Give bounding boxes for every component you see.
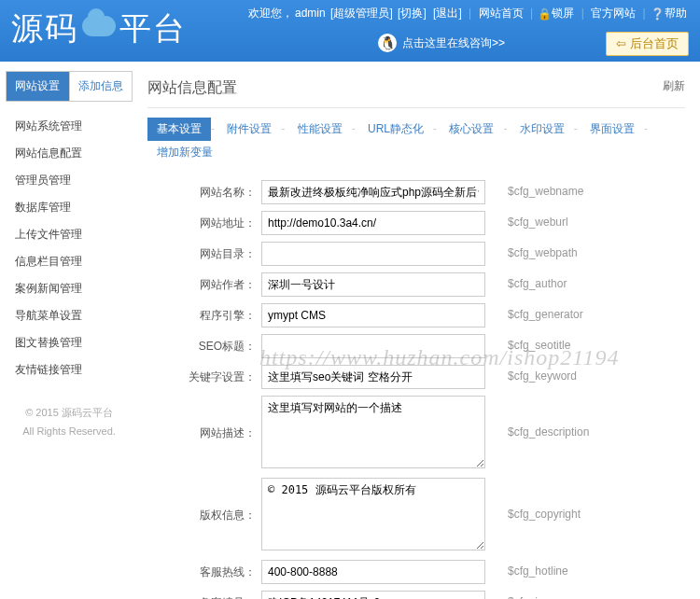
var-webname: $cfg_webname [497, 180, 583, 198]
sidebar-tabs: 网站设置 添加信息 [6, 71, 133, 102]
keyword-input[interactable] [261, 365, 485, 389]
app-header: 源码平台 欢迎您，admin [超级管理员] [切换] [退出] | 网站首页 … [0, 0, 700, 62]
qq-icon[interactable]: 🐧 [378, 34, 397, 52]
lock-link[interactable]: 锁屏 [552, 7, 574, 20]
online-consult-link[interactable]: 点击这里在线咨询>> [402, 35, 505, 51]
tab-basic[interactable]: 基本设置 [147, 118, 211, 141]
refresh-link[interactable]: 刷新 [663, 78, 685, 98]
label-icp: 备案编号： [147, 591, 261, 599]
logo: 源码平台 [11, 7, 187, 50]
tab-urlstatic[interactable]: URL静态化 [358, 118, 433, 141]
sidebar-item[interactable]: 信息栏目管理 [13, 248, 125, 275]
var-hotline: $cfg_hotline [497, 560, 568, 578]
sidebar-item[interactable]: 导航菜单设置 [13, 302, 125, 329]
label-author: 网站作者： [147, 272, 261, 293]
var-seotitle: $cfg_seotitle [497, 334, 570, 352]
label-hotline: 客服热线： [147, 560, 261, 580]
sidebar-item[interactable]: 管理员管理 [13, 167, 125, 194]
icp-input[interactable] [261, 591, 485, 599]
sidebar-item[interactable]: 上传文件管理 [13, 221, 125, 248]
online-hint-bar: 🐧 点击这里在线咨询>> [378, 34, 505, 52]
site-home-link[interactable]: 网站首页 [479, 7, 524, 20]
var-icp: $cfg_icp [497, 591, 550, 599]
help-link[interactable]: 帮助 [665, 7, 687, 20]
label-webname: 网站名称： [147, 180, 261, 201]
label-keyword: 关键字设置： [147, 365, 261, 385]
sidebar: 网站设置 添加信息 网站系统管理 网站信息配置 管理员管理 数据库管理 上传文件… [0, 62, 138, 599]
logout-link[interactable]: [退出] [433, 7, 462, 20]
sidebar-tab-add[interactable]: 添加信息 [70, 72, 133, 101]
official-link[interactable]: 官方网站 [591, 7, 636, 20]
page-title-bar: 网站信息配置 刷新 [147, 73, 685, 108]
tab-ui[interactable]: 界面设置 [581, 118, 644, 141]
hotline-input[interactable] [261, 560, 485, 584]
author-input[interactable] [261, 272, 485, 297]
var-description: $cfg_description [497, 396, 589, 439]
seotitle-input[interactable] [261, 334, 485, 358]
tab-addvar[interactable]: 增加新变量 [147, 141, 222, 164]
form-area: 网站名称：$cfg_webname 网站地址：$cfg_weburl 网站目录：… [147, 170, 685, 599]
help-icon: ❔ [651, 7, 661, 18]
weburl-input[interactable] [261, 211, 485, 235]
label-webpath: 网站目录： [147, 242, 261, 262]
copyright-textarea[interactable]: © 2015 源码云平台版权所有 [261, 478, 485, 550]
user-link[interactable]: admin [295, 7, 326, 20]
backend-home-button[interactable]: ⇦ 后台首页 [606, 32, 689, 56]
tab-watermark[interactable]: 水印设置 [511, 118, 574, 141]
top-links: 欢迎您，admin [超级管理员] [切换] [退出] | 网站首页 | 🔒锁屏… [248, 6, 689, 21]
sidebar-item[interactable]: 案例新闻管理 [13, 275, 125, 302]
sidebar-menu: 网站系统管理 网站信息配置 管理员管理 数据库管理 上传文件管理 信息栏目管理 … [6, 113, 133, 383]
lock-icon: 🔒 [538, 7, 548, 18]
var-copyright: $cfg_copyright [497, 478, 581, 521]
label-seotitle: SEO标题： [147, 334, 261, 355]
tab-perf[interactable]: 性能设置 [288, 118, 352, 141]
sidebar-footer: © 2015 源码云平台 All Rights Reserved. [6, 404, 133, 441]
settings-tabs: 基本设置- 附件设置- 性能设置- URL静态化- 核心设置- 水印设置- 界面… [147, 108, 685, 170]
tab-core[interactable]: 核心设置 [440, 118, 503, 141]
webname-input[interactable] [261, 180, 485, 204]
label-description: 网站描述： [147, 396, 261, 441]
sidebar-item[interactable]: 友情链接管理 [13, 356, 125, 383]
var-keyword: $cfg_keyword [497, 365, 577, 383]
page-title: 网站信息配置 [147, 78, 237, 98]
var-author: $cfg_author [497, 272, 567, 290]
var-weburl: $cfg_weburl [497, 211, 568, 229]
switch-link[interactable]: [切换] [398, 7, 427, 20]
sidebar-item[interactable]: 网站系统管理 [13, 113, 125, 140]
var-webpath: $cfg_webpath [497, 242, 578, 259]
tab-attach[interactable]: 附件设置 [217, 118, 281, 141]
sidebar-item[interactable]: 网站信息配置 [13, 140, 125, 167]
cloud-icon [82, 16, 116, 36]
description-textarea[interactable]: 这里填写对网站的一个描述 [261, 396, 485, 468]
label-generator: 程序引擎： [147, 303, 261, 324]
webpath-input[interactable] [261, 242, 485, 266]
sidebar-tab-settings[interactable]: 网站设置 [7, 72, 70, 101]
label-copyright: 版权信息： [147, 478, 261, 523]
var-generator: $cfg_generator [497, 303, 583, 321]
main-content: 网站信息配置 刷新 基本设置- 附件设置- 性能设置- URL静态化- 核心设置… [138, 62, 700, 599]
sidebar-item[interactable]: 图文替换管理 [13, 329, 125, 356]
sidebar-item[interactable]: 数据库管理 [13, 194, 125, 221]
generator-input[interactable] [261, 303, 485, 327]
label-weburl: 网站地址： [147, 211, 261, 231]
